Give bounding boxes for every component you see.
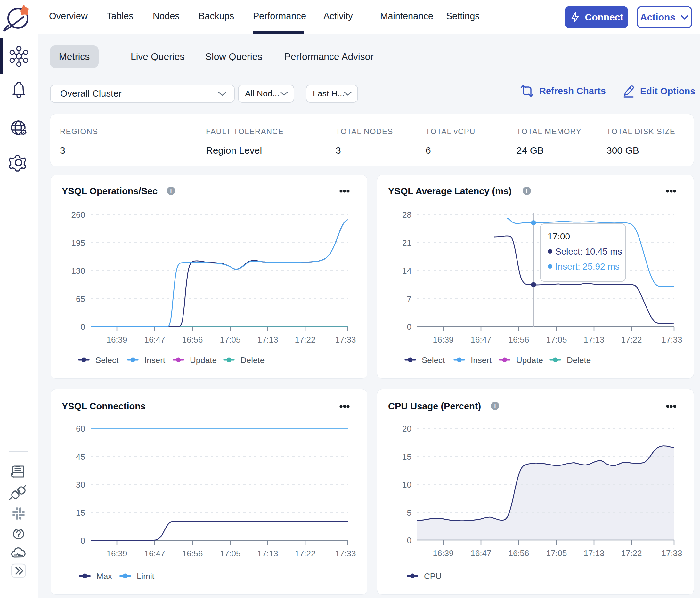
svg-text:17:33: 17:33 [335, 549, 356, 558]
svg-text:16:56: 16:56 [508, 548, 529, 558]
svg-text:0: 0 [81, 322, 85, 332]
svg-text:17:22: 17:22 [295, 335, 316, 344]
svg-text:7: 7 [407, 294, 411, 304]
svg-text:17:05: 17:05 [546, 335, 567, 344]
svg-text:17:22: 17:22 [621, 548, 642, 558]
svg-text:CPU Usage (Percent): CPU Usage (Percent) [388, 401, 481, 411]
svg-text:Insert: 25.92 ms: Insert: 25.92 ms [555, 262, 620, 271]
svg-text:16:56: 16:56 [508, 335, 529, 344]
svg-text:0: 0 [407, 536, 411, 545]
svg-text:17:33: 17:33 [335, 335, 356, 344]
svg-text:260: 260 [71, 210, 85, 219]
svg-text:17:05: 17:05 [220, 549, 241, 558]
svg-text:17:13: 17:13 [257, 335, 278, 344]
svg-text:130: 130 [71, 266, 85, 276]
svg-text:Insert: Insert [471, 355, 492, 365]
svg-text:16:47: 16:47 [144, 549, 165, 558]
svg-text:17:22: 17:22 [295, 549, 316, 558]
svg-text:Max: Max [96, 571, 112, 581]
svg-text:17:13: 17:13 [257, 549, 278, 558]
svg-text:16:47: 16:47 [470, 335, 491, 344]
svg-text:16:39: 16:39 [106, 549, 127, 558]
svg-text:17:05: 17:05 [220, 335, 241, 344]
svg-text:CPU: CPU [424, 571, 442, 581]
svg-text:17:00: 17:00 [548, 231, 570, 241]
svg-text:Delete: Delete [567, 355, 591, 365]
svg-text:17:13: 17:13 [583, 335, 604, 344]
svg-text:15: 15 [402, 452, 411, 462]
svg-text:16:39: 16:39 [106, 335, 127, 344]
svg-text:Update: Update [516, 355, 543, 365]
svg-text:16:47: 16:47 [470, 548, 491, 558]
svg-text:Select: Select [422, 355, 445, 365]
svg-text:Limit: Limit [137, 571, 155, 581]
svg-text:16:39: 16:39 [433, 548, 453, 558]
svg-text:16:56: 16:56 [182, 549, 203, 558]
svg-text:60: 60 [76, 424, 85, 434]
svg-text:i: i [526, 188, 527, 194]
svg-text:195: 195 [71, 238, 85, 248]
svg-text:14: 14 [402, 266, 411, 276]
svg-text:Delete: Delete [241, 355, 265, 365]
svg-text:21: 21 [402, 238, 411, 248]
svg-text:Update: Update [190, 355, 217, 365]
svg-text:28: 28 [402, 210, 411, 219]
svg-text:10: 10 [402, 480, 411, 490]
svg-text:Select: Select [95, 355, 119, 365]
svg-text:0: 0 [81, 536, 85, 546]
svg-text:YSQL Connections: YSQL Connections [62, 401, 146, 411]
svg-text:5: 5 [407, 508, 411, 518]
svg-text:65: 65 [76, 294, 85, 304]
svg-text:17:33: 17:33 [661, 335, 682, 344]
svg-text:i: i [494, 403, 496, 410]
svg-text:17:33: 17:33 [661, 548, 682, 558]
svg-text:16:47: 16:47 [144, 335, 165, 344]
svg-text:YSQL Operations/Sec: YSQL Operations/Sec [62, 186, 157, 196]
svg-text:17:05: 17:05 [546, 548, 567, 558]
svg-text:Select: 10.45 ms: Select: 10.45 ms [555, 246, 622, 256]
svg-text:YSQL Average Latency (ms): YSQL Average Latency (ms) [388, 186, 512, 196]
svg-text:16:39: 16:39 [433, 335, 453, 344]
svg-text:17:13: 17:13 [583, 548, 604, 558]
svg-text:15: 15 [76, 508, 85, 518]
svg-text:17:22: 17:22 [621, 335, 642, 344]
svg-text:30: 30 [76, 480, 85, 490]
svg-text:0: 0 [407, 322, 411, 332]
svg-text:45: 45 [76, 452, 85, 462]
svg-text:i: i [170, 188, 172, 194]
svg-text:Insert: Insert [144, 355, 166, 365]
svg-text:16:56: 16:56 [182, 335, 203, 344]
svg-text:20: 20 [402, 424, 411, 434]
